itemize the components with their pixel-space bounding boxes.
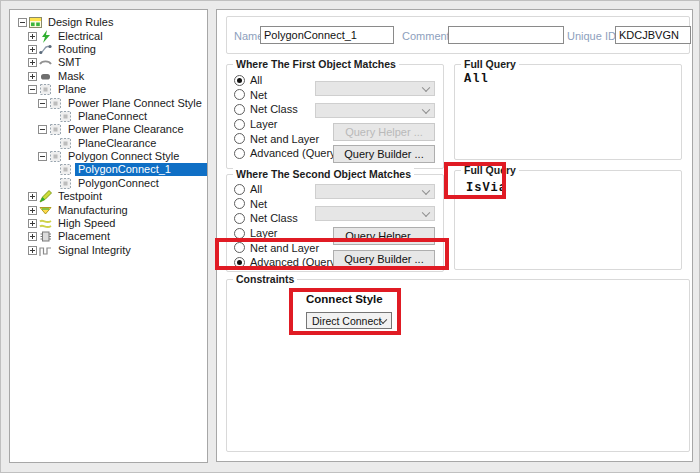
- radio-label: Net and Layer: [250, 242, 319, 254]
- radio-option-layer[interactable]: Layer: [234, 117, 339, 132]
- radio-option-net-and-layer[interactable]: Net and Layer: [234, 131, 339, 146]
- tree-item-polygon-connect-style[interactable]: Polygon Connect Style: [10, 150, 207, 163]
- tree-item-manufacturing[interactable]: Manufacturing: [10, 203, 207, 216]
- connect-style-combo[interactable]: Direct Connect: [306, 312, 392, 329]
- expand-icon[interactable]: [28, 192, 37, 201]
- radio-button[interactable]: [234, 89, 245, 100]
- chevron-down-icon: [422, 186, 430, 194]
- tree-item-label[interactable]: Power Plane Connect Style: [65, 97, 205, 110]
- tree-item-planeclearance[interactable]: PlaneClearance: [10, 137, 207, 150]
- tree-item-label[interactable]: SMT: [55, 56, 84, 69]
- tree-item-label[interactable]: Electrical: [55, 30, 106, 43]
- tree-item-label[interactable]: PlaneConnect: [75, 110, 150, 123]
- radio-button[interactable]: [234, 119, 245, 130]
- tree-item-label[interactable]: Placement: [55, 230, 113, 243]
- expand-icon[interactable]: [28, 32, 37, 41]
- radio-button-checked[interactable]: [234, 257, 245, 268]
- second-query-helper-button[interactable]: Query Helper ...: [333, 227, 435, 245]
- tree-item-label[interactable]: Testpoint: [55, 190, 105, 203]
- expand-icon[interactable]: [28, 219, 37, 228]
- design-rules-tree[interactable]: Design RulesElectricalRoutingSMTMaskPlan…: [9, 9, 208, 463]
- tree-item-label[interactable]: Plane: [55, 83, 89, 96]
- mask-icon: [39, 70, 52, 83]
- radio-button-checked[interactable]: [234, 75, 245, 86]
- radio-label: Net: [250, 89, 267, 101]
- manufacturing-icon: [39, 204, 52, 217]
- radio-option-advanced-query-[interactable]: Advanced (Query): [234, 255, 339, 270]
- second-query-builder-button[interactable]: Query Builder ...: [333, 250, 435, 268]
- tree-item-testpoint[interactable]: Testpoint: [10, 190, 207, 203]
- rule-icon: [59, 137, 72, 150]
- tree-item-polygonconnect-1[interactable]: PolygonConnect_1: [10, 163, 207, 176]
- tree-item-mask[interactable]: Mask: [10, 70, 207, 83]
- expand-icon[interactable]: [28, 232, 37, 241]
- comment-input[interactable]: [448, 26, 564, 44]
- radio-button[interactable]: [234, 104, 245, 115]
- tree-item-high-speed[interactable]: High Speed: [10, 217, 207, 230]
- expand-icon[interactable]: [28, 45, 37, 54]
- tree-item-polygonconnect[interactable]: PolygonConnect: [10, 177, 207, 190]
- full-query-second-title: Full Query: [461, 164, 519, 176]
- tree-item-electrical[interactable]: Electrical: [10, 29, 207, 42]
- tree-item-label[interactable]: High Speed: [55, 217, 119, 230]
- collapse-icon[interactable]: [38, 152, 47, 161]
- expand-icon[interactable]: [28, 206, 37, 215]
- tree-item-label[interactable]: Routing: [55, 43, 99, 56]
- first-query-builder-button[interactable]: Query Builder ...: [333, 145, 435, 163]
- name-input[interactable]: [260, 26, 394, 44]
- tree-item-power-plane-clearance[interactable]: Power Plane Clearance: [10, 123, 207, 136]
- radio-option-advanced-query-[interactable]: Advanced (Query): [234, 146, 339, 161]
- expand-icon[interactable]: [28, 58, 37, 67]
- plane-icon: [39, 83, 52, 96]
- second-netclass-combo: [315, 206, 435, 221]
- collapse-icon[interactable]: [38, 125, 47, 134]
- tree-item-routing[interactable]: Routing: [10, 43, 207, 56]
- radio-label: Advanced (Query): [250, 147, 339, 159]
- tree-item-smt[interactable]: SMT: [10, 56, 207, 69]
- first-netclass-combo: [315, 103, 435, 118]
- tree-item-placement[interactable]: Placement: [10, 230, 207, 243]
- expand-icon[interactable]: [28, 246, 37, 255]
- radio-button[interactable]: [234, 133, 245, 144]
- radio-button[interactable]: [234, 148, 245, 159]
- radio-button[interactable]: [234, 198, 245, 209]
- tree-item-label[interactable]: Manufacturing: [55, 204, 131, 217]
- rule-icon: [49, 97, 62, 110]
- radio-label: All: [250, 74, 262, 86]
- tree-item-label[interactable]: Mask: [55, 70, 87, 83]
- rule-header-group: Name Comment Unique ID: [226, 16, 690, 54]
- tree-item-label[interactable]: PlaneClearance: [75, 137, 159, 150]
- collapse-icon[interactable]: [18, 18, 27, 27]
- full-query-second-group: Full Query IsVia: [454, 170, 682, 270]
- radio-option-layer[interactable]: Layer: [234, 226, 339, 241]
- tree-item-label[interactable]: Signal Integrity: [55, 244, 134, 257]
- tree-item-label[interactable]: PolygonConnect: [75, 177, 162, 190]
- radio-button[interactable]: [234, 213, 245, 224]
- radio-label: Layer: [250, 227, 278, 239]
- radio-label: Net and Layer: [250, 133, 319, 145]
- smt-icon: [39, 56, 52, 69]
- radio-button[interactable]: [234, 184, 245, 195]
- high-speed-icon: [39, 217, 52, 230]
- routing-icon: [39, 43, 52, 56]
- radio-label: Advanced (Query): [250, 256, 339, 268]
- tree-item-planeconnect[interactable]: PlaneConnect: [10, 110, 207, 123]
- radio-button[interactable]: [234, 242, 245, 253]
- second-net-combo: [315, 184, 435, 199]
- radio-option-net-and-layer[interactable]: Net and Layer: [234, 240, 339, 255]
- tree-item-label[interactable]: Polygon Connect Style: [65, 150, 182, 163]
- tree-item-label[interactable]: Power Plane Clearance: [65, 123, 187, 136]
- collapse-icon[interactable]: [28, 85, 37, 94]
- tree-item-design-rules[interactable]: Design Rules: [10, 16, 207, 29]
- tree-item-power-plane-connect-style[interactable]: Power Plane Connect Style: [10, 96, 207, 109]
- collapse-icon[interactable]: [38, 99, 47, 108]
- rule-icon: [49, 123, 62, 136]
- tree-item-signal-integrity[interactable]: Signal Integrity: [10, 244, 207, 257]
- expand-icon[interactable]: [28, 72, 37, 81]
- radio-label: All: [250, 183, 262, 195]
- tree-item-label[interactable]: PolygonConnect_1: [75, 163, 207, 176]
- tree-item-plane[interactable]: Plane: [10, 83, 207, 96]
- unique-id-input[interactable]: [615, 26, 691, 44]
- tree-item-label[interactable]: Design Rules: [45, 16, 116, 29]
- radio-button[interactable]: [234, 228, 245, 239]
